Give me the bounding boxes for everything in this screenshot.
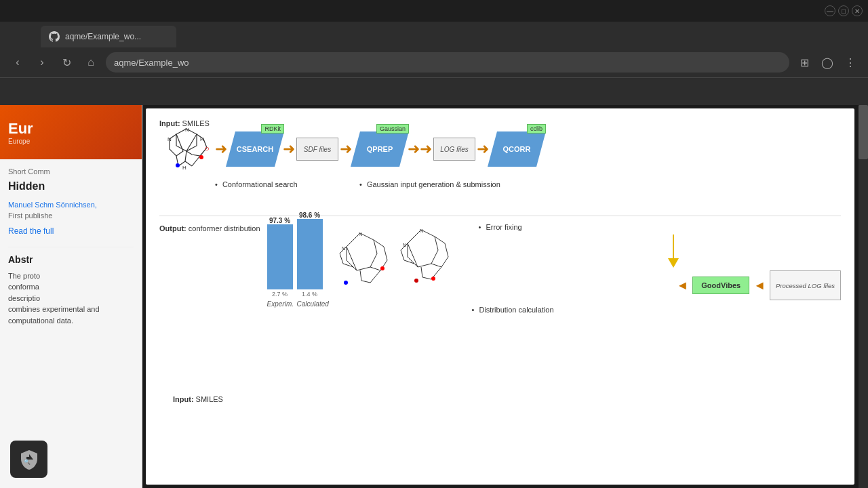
gaussian-text: Gaussian input generation & submission <box>367 180 500 188</box>
smiles-text: SMILES <box>182 119 210 127</box>
x-axis-labels: Experim. Calculated <box>267 300 323 308</box>
more-options-button[interactable]: ⋮ <box>841 53 860 72</box>
extensions-icon: ⊞ <box>800 56 809 69</box>
svg-text:🔍: 🔍 <box>24 458 31 465</box>
qprep-label: QPREP <box>367 145 393 153</box>
minimize-button[interactable]: — <box>825 5 835 16</box>
svg-line-20 <box>370 267 380 270</box>
bottom-workflow-row: ◄ GoodVibes ◄ Processed LOG files <box>465 270 841 300</box>
home-icon: ⌂ <box>87 56 94 68</box>
svg-line-33 <box>431 264 441 267</box>
tab-title: aqme/Example_wo... <box>65 32 141 41</box>
svg-text:N: N <box>342 246 345 251</box>
output-label-text: Output: <box>159 224 186 232</box>
svg-text:H: H <box>182 165 186 171</box>
close-icon: ✕ <box>854 7 860 15</box>
article-type: Short Comm <box>8 167 134 176</box>
site-header: Eur Europe <box>0 105 142 159</box>
profile-icon: ◯ <box>821 56 833 69</box>
diagram-popup: N N H H O <box>146 108 854 485</box>
scrollbar[interactable] <box>859 105 868 488</box>
output-value-text: conformer distribution <box>189 224 260 232</box>
nav-right-controls: ⊞ ◯ ⋮ <box>795 53 860 72</box>
svg-text:N: N <box>420 228 423 233</box>
processed-log-box: Processed LOG files <box>770 270 841 300</box>
svg-point-27 <box>380 266 384 270</box>
arrow-1: ➜ <box>215 140 227 158</box>
refresh-icon: ↻ <box>62 56 71 69</box>
sdf-files-box: SDF files <box>296 138 338 161</box>
bar1 <box>267 224 293 289</box>
site-title: Eur <box>8 120 33 138</box>
gaussian-label: • Gaussian input generation & submission <box>359 180 500 188</box>
refresh-button[interactable]: ↻ <box>57 53 76 72</box>
abstract-text: The proto conforma descriptio combines e… <box>8 270 134 327</box>
csearch-label: CSEARCH <box>237 145 273 153</box>
maximize-button[interactable]: □ <box>838 5 849 16</box>
processed-log-label: Processed LOG files <box>776 282 835 289</box>
arrow-3: ➜ <box>340 140 352 158</box>
bar2 <box>297 219 323 289</box>
molecule-svg: N N H H O <box>159 122 214 176</box>
diagram-container: N N H H O <box>159 122 841 471</box>
down-arrow-head <box>668 258 679 268</box>
read-full-link[interactable]: Read the full <box>8 226 134 236</box>
input-label-text: Input: <box>159 119 180 127</box>
svg-line-21 <box>360 270 361 281</box>
svg-point-26 <box>344 281 348 285</box>
tab-bar: aqme/Example_wo... <box>0 22 868 47</box>
address-bar[interactable]: aqme/Example_wo <box>106 52 789 73</box>
qcorr-tool-badge: cclib <box>527 124 546 134</box>
scrollbar-thumb[interactable] <box>859 105 868 159</box>
svg-line-22 <box>361 281 370 283</box>
more-options-icon: ⋮ <box>845 56 856 69</box>
error-fixing-text: Error fixing <box>486 223 521 231</box>
output-label: Output: conformer distribution <box>159 224 260 232</box>
log-files-box: LOG files <box>433 138 475 161</box>
input-strong: Input: <box>159 119 180 127</box>
goodvibes-label: GoodVibes <box>701 281 741 289</box>
svg-line-5 <box>192 156 200 166</box>
error-fixing-label: • Error fixing <box>479 223 841 231</box>
back-icon: ‹ <box>16 56 19 68</box>
site-subtitle: Europe <box>8 138 33 145</box>
extensions-button[interactable]: ⊞ <box>795 53 814 72</box>
svg-line-32 <box>441 257 448 267</box>
pub-date: First publishe <box>8 211 134 220</box>
shield-button[interactable]: 🔍 <box>10 441 47 478</box>
arrow-2: ➜ <box>283 140 295 158</box>
qcorr-label: QCORR <box>503 145 531 153</box>
nav-bar: ‹ › ↻ ⌂ aqme/Example_wo ⊞ ◯ ⋮ <box>0 47 868 78</box>
bar2-top-label: 98.6 % <box>299 211 320 219</box>
github-favicon-icon <box>49 31 60 42</box>
molecule-diagrams-svg: N N <box>336 223 458 318</box>
bottom-arrow-left-2: ◄ <box>753 279 766 293</box>
input-label-bottom-text: Input: <box>173 395 194 403</box>
left-sidebar: Eur Europe Short Comm Hidden Manuel Schm… <box>0 105 142 488</box>
svg-line-31 <box>445 243 448 257</box>
smiles-text-bottom: SMILES <box>196 395 223 403</box>
profile-button[interactable]: ◯ <box>818 53 837 72</box>
svg-point-14 <box>199 155 203 159</box>
bar1-top-label: 97.3 % <box>269 217 290 224</box>
forward-button[interactable]: › <box>33 53 52 72</box>
input-label: Input: SMILES <box>159 119 210 127</box>
title-bar: — □ ✕ <box>0 0 868 22</box>
svg-text:N: N <box>403 243 406 247</box>
address-text: aqme/Example_wo <box>114 58 189 68</box>
input-label-bottom: Input: SMILES <box>173 395 223 403</box>
browser-chrome: — □ ✕ aqme/Example_wo... ‹ › ↻ ⌂ <box>0 0 868 105</box>
svg-marker-15 <box>347 233 377 270</box>
home-button[interactable]: ⌂ <box>81 53 100 72</box>
bar2-small-label: 1.4 % <box>302 291 317 298</box>
browser-tab[interactable]: aqme/Example_wo... <box>41 26 176 47</box>
goodvibes-box: GoodVibes <box>692 277 749 294</box>
bar1-xlabel: Experim. <box>267 300 293 308</box>
molecule-structure: N N H H O <box>159 122 214 176</box>
forward-icon: › <box>40 56 43 68</box>
conf-search-text: Conformational search <box>222 180 298 188</box>
back-button[interactable]: ‹ <box>8 53 27 72</box>
svg-text:H: H <box>200 136 204 142</box>
article-title: Hidden <box>8 180 134 194</box>
close-button[interactable]: ✕ <box>852 5 863 16</box>
